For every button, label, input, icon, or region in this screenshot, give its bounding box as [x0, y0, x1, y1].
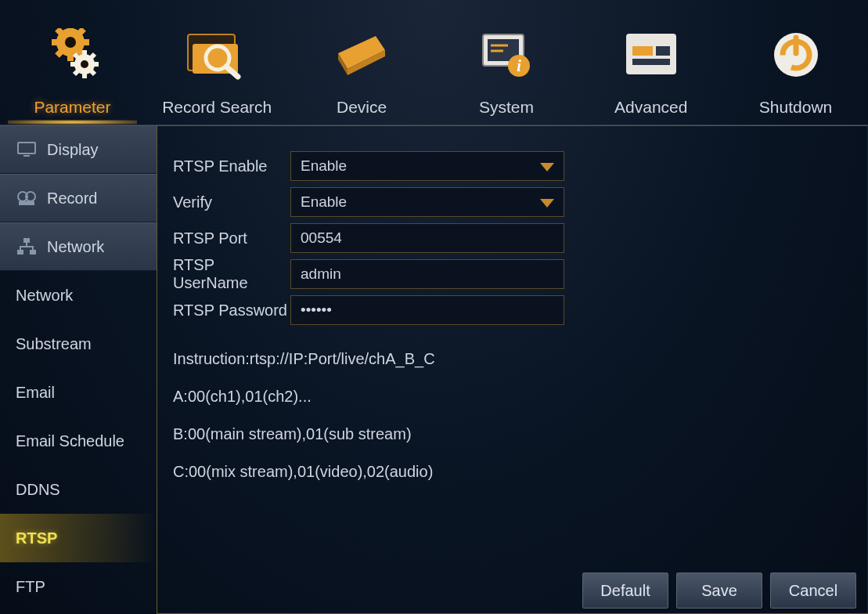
select-verify[interactable]: Enable [290, 187, 564, 217]
svg-line-18 [91, 54, 95, 58]
row-rtsp-password: RTSP Password •••••• [173, 292, 852, 328]
input-rtsp-password[interactable]: •••••• [290, 295, 564, 325]
sidebar-item-label: Email [16, 384, 55, 402]
default-button-label: Default [600, 582, 650, 600]
tab-shutdown[interactable]: Shutdown [723, 0, 868, 125]
svg-line-15 [74, 54, 78, 58]
top-tabs: Parameter Record Search Device [0, 0, 868, 125]
row-verify: Verify Enable [173, 184, 852, 220]
svg-point-9 [65, 37, 76, 48]
power-icon [761, 25, 831, 84]
svg-rect-34 [632, 46, 653, 56]
sidebar-item-label: Network [47, 238, 104, 256]
sidebar-item-display[interactable]: Display [0, 125, 157, 174]
sidebar-item-label: Email Schedule [16, 432, 124, 450]
tab-advanced[interactable]: Advanced [578, 0, 723, 125]
input-rtsp-password-value: •••••• [301, 302, 332, 319]
save-button-label: Save [701, 582, 737, 600]
instruction-line-3: B:00(main stream),01(sub stream) [173, 422, 852, 446]
svg-line-7 [57, 51, 62, 56]
sidebar-item-email-schedule[interactable]: Email Schedule [0, 417, 157, 465]
svg-rect-45 [23, 238, 30, 243]
sidebar-item-label: RTSP [16, 529, 57, 547]
input-rtsp-username-value: admin [301, 265, 341, 283]
tab-device[interactable]: Device [290, 0, 434, 125]
sidebar-item-label: FTP [16, 578, 45, 596]
gears-icon [37, 25, 107, 84]
tab-shutdown-label: Shutdown [759, 98, 832, 117]
svg-rect-46 [17, 250, 23, 255]
sidebar-item-network[interactable]: Network [0, 222, 157, 271]
label-rtsp-username: RTSP UserName [173, 256, 290, 292]
cancel-button[interactable]: Cancel [770, 572, 856, 609]
sidebar-item-substream[interactable]: Substream [0, 320, 157, 368]
content-panel: RTSP Enable Enable Verify Enable RTSP Po… [157, 125, 868, 614]
cancel-button-label: Cancel [789, 582, 837, 600]
label-rtsp-password: RTSP Password [173, 302, 290, 320]
svg-rect-41 [23, 155, 30, 157]
svg-line-5 [57, 29, 62, 34]
svg-text:i: i [517, 57, 521, 74]
input-rtsp-username[interactable]: admin [290, 259, 564, 289]
disk-icon [326, 25, 397, 84]
instruction-line-4: C:00(mix stream),01(video),02(audio) [173, 460, 852, 483]
row-rtsp-enable: RTSP Enable Enable [173, 148, 852, 184]
sidebar-item-ddns[interactable]: DDNS [0, 465, 157, 514]
sidebar-item-record[interactable]: Record [0, 174, 157, 222]
svg-line-8 [79, 29, 84, 34]
sidebar-item-rtsp[interactable]: RTSP [0, 514, 157, 562]
svg-line-17 [74, 70, 78, 74]
film-icon [14, 190, 39, 207]
tab-system[interactable]: i System [434, 0, 578, 125]
sidebar-item-network-sub[interactable]: Network [0, 271, 157, 320]
sidebar-item-label: Display [47, 141, 99, 159]
instruction-line-2: A:00(ch1),01(ch2)... [173, 385, 852, 408]
sidebar-item-label: Network [16, 287, 73, 305]
search-folder-icon [182, 25, 252, 84]
tab-advanced-label: Advanced [614, 98, 687, 117]
svg-rect-44 [19, 201, 34, 205]
svg-rect-35 [656, 46, 670, 56]
svg-rect-40 [18, 143, 35, 154]
advanced-icon [616, 25, 686, 84]
sidebar-item-label: Record [47, 190, 97, 208]
tab-parameter[interactable]: Parameter [0, 0, 145, 125]
tab-device-label: Device [337, 98, 387, 117]
svg-line-16 [91, 70, 95, 74]
label-rtsp-enable: RTSP Enable [173, 157, 290, 175]
svg-point-19 [81, 60, 88, 68]
label-verify: Verify [173, 193, 290, 211]
sidebar-item-label: DDNS [16, 481, 60, 499]
button-bar: Default Save Cancel [582, 572, 856, 609]
row-rtsp-username: RTSP UserName admin [173, 256, 852, 292]
monitor-icon [14, 141, 39, 158]
sidebar-item-label: Substream [16, 335, 92, 353]
sidebar-item-email[interactable]: Email [0, 368, 157, 417]
svg-rect-47 [30, 250, 36, 255]
system-icon: i [471, 25, 542, 84]
sidebar: Display Record Network Network Substream… [0, 125, 157, 614]
row-rtsp-port: RTSP Port 00554 [173, 220, 852, 256]
svg-rect-36 [632, 59, 670, 65]
label-rtsp-port: RTSP Port [173, 229, 290, 247]
tab-record-search[interactable]: Record Search [145, 0, 290, 125]
tab-record-search-label: Record Search [162, 98, 272, 117]
tab-parameter-label: Parameter [34, 98, 110, 117]
save-button[interactable]: Save [676, 572, 762, 609]
network-icon [14, 237, 39, 256]
input-rtsp-port-value: 00554 [301, 229, 342, 247]
select-rtsp-enable-value: Enable [301, 157, 347, 175]
instruction-line-1: Instruction:rtsp://IP:Port/live/chA_B_C [173, 347, 852, 370]
tab-system-label: System [479, 98, 534, 117]
select-rtsp-enable[interactable]: Enable [290, 151, 564, 181]
main-area: Display Record Network Network Substream… [0, 125, 868, 614]
default-button[interactable]: Default [582, 572, 668, 609]
select-verify-value: Enable [301, 193, 347, 211]
input-rtsp-port[interactable]: 00554 [290, 223, 564, 253]
sidebar-item-ftp[interactable]: FTP [0, 562, 157, 611]
